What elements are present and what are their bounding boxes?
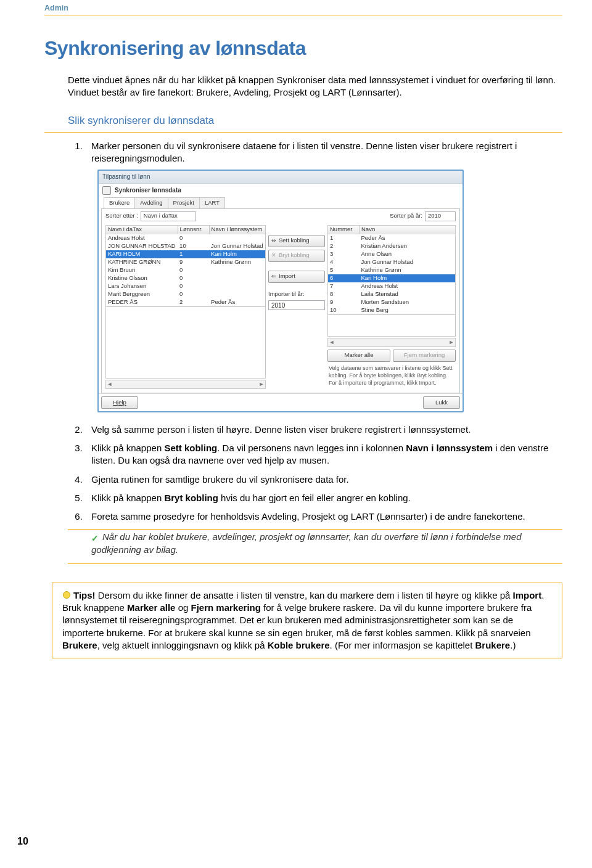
- section-header: Admin: [44, 3, 562, 14]
- sync-icon: [102, 186, 111, 195]
- step-1: Marker personen du vil synkronisere data…: [85, 140, 562, 412]
- import-year-field[interactable]: 2010: [268, 300, 325, 310]
- left-header-nr[interactable]: Lønnsnr.: [178, 225, 209, 234]
- table-row[interactable]: 1Peder Ås: [328, 234, 456, 242]
- step-4: Gjenta rutinen for samtlige brukere du v…: [85, 473, 562, 486]
- right-scrollbar[interactable]: ◄►: [327, 338, 456, 347]
- sort-by-field[interactable]: Navn i daTax: [141, 211, 196, 221]
- table-row[interactable]: Marit Berggreen0: [106, 290, 266, 298]
- set-link-button[interactable]: ⇔Sett kobling: [268, 235, 325, 247]
- step-5: Klikk på knappen Bryt kobling hvis du ha…: [85, 492, 562, 504]
- tab-avdeling[interactable]: Avdeling: [134, 197, 168, 208]
- intro-paragraph: Dette vinduet åpnes når du har klikket p…: [68, 74, 562, 99]
- tab-brukere[interactable]: Brukere: [104, 197, 135, 208]
- table-row[interactable]: JON GUNNAR HOLSTAD10Jon Gunnar Holstad: [106, 242, 266, 250]
- tab-prosjekt[interactable]: Prosjekt: [168, 197, 200, 208]
- table-row[interactable]: 8Laila Stenstad: [328, 290, 456, 298]
- table-row[interactable]: 10Stine Berg: [328, 306, 456, 315]
- page-title: Synkronisering av lønnsdata: [44, 35, 562, 62]
- window-titlebar: Tilpasning til lønn: [99, 171, 462, 184]
- sync-label: Synkroniser lønnsdata: [115, 186, 181, 195]
- table-row[interactable]: Andreas Holst0: [106, 234, 266, 242]
- table-row[interactable]: 5Kathrine Grønn: [328, 266, 456, 274]
- table-row[interactable]: Kim Bruun0: [106, 266, 266, 274]
- right-table: Nummer Navn 1Peder Ås2Kristian Andersen3…: [327, 225, 456, 315]
- step-2: Velg så samme person i listen til høyre.…: [85, 424, 562, 436]
- import-year-label: Importer til år:: [268, 290, 325, 298]
- right-header-name[interactable]: Navn: [360, 225, 456, 234]
- table-row[interactable]: 6Kari Holm: [328, 274, 456, 282]
- note-divider-bottom: [68, 563, 562, 564]
- tabs: Brukere Avdeling Prosjekt LART: [101, 197, 460, 209]
- note-text: Når du har koblet brukere, avdelinger, p…: [91, 530, 562, 557]
- import-button[interactable]: ⇐Import: [268, 271, 325, 283]
- sort-year-field[interactable]: 2010: [425, 211, 456, 221]
- sort-year-label: Sorter på år:: [390, 212, 422, 220]
- tab-lart[interactable]: LART: [199, 197, 225, 208]
- bulb-icon: [62, 592, 71, 600]
- table-row[interactable]: 4Jon Gunnar Holstad: [328, 258, 456, 266]
- check-icon: [91, 534, 100, 542]
- table-row[interactable]: 3Anne Olsen: [328, 250, 456, 258]
- table-row[interactable]: 2Kristian Andersen: [328, 242, 456, 250]
- step-6: Foreta samme prosedyre for henholdsvis A…: [85, 510, 562, 523]
- right-header-num[interactable]: Nummer: [328, 225, 360, 234]
- hint-text: Velg dataene som samsvarer i listene og …: [327, 362, 456, 389]
- break-link-button[interactable]: ✕Bryt kobling: [268, 250, 325, 262]
- left-scrollbar[interactable]: ◄►: [105, 380, 266, 389]
- page-number: 10: [17, 835, 28, 848]
- left-table: Navn i daTax Lønnsnr. Navn i lønnssystem…: [105, 225, 266, 307]
- close-button[interactable]: Lukk: [423, 396, 460, 409]
- sort-by-label: Sorter etter :: [105, 212, 138, 220]
- step-3: Klikk på knappen Sett kobling. Da vil pe…: [85, 442, 562, 467]
- help-button[interactable]: Hjelp: [101, 396, 138, 409]
- subheading: Slik synkroniserer du lønnsdata: [68, 114, 562, 128]
- table-row[interactable]: Lars Johansen0: [106, 282, 266, 290]
- table-row[interactable]: KATHRINE GRØNN9Kathrine Grønn: [106, 258, 266, 266]
- screenshot-window: Tilpasning til lønn Synkroniser lønnsdat…: [97, 170, 464, 412]
- table-row[interactable]: 9Morten Sandstuen: [328, 298, 456, 306]
- mark-all-button[interactable]: Marker alle: [327, 350, 390, 362]
- clear-mark-button[interactable]: Fjern markering: [393, 350, 456, 362]
- table-row[interactable]: Kristine Olsson0: [106, 274, 266, 282]
- sync-header: Synkroniser lønnsdata: [99, 184, 462, 197]
- left-header-payroll[interactable]: Navn i lønnssystem: [209, 225, 265, 234]
- table-row[interactable]: 7Andreas Holst: [328, 282, 456, 290]
- header-divider: [44, 15, 562, 15]
- left-header-name[interactable]: Navn i daTax: [106, 225, 178, 234]
- tips-box: Tips! Dersom du ikke finner de ansatte i…: [52, 583, 562, 658]
- table-row[interactable]: KARI HOLM1Kari Holm: [106, 250, 266, 258]
- subheading-divider: [44, 132, 562, 133]
- table-row[interactable]: PEDER ÅS2Peder Ås: [106, 298, 266, 307]
